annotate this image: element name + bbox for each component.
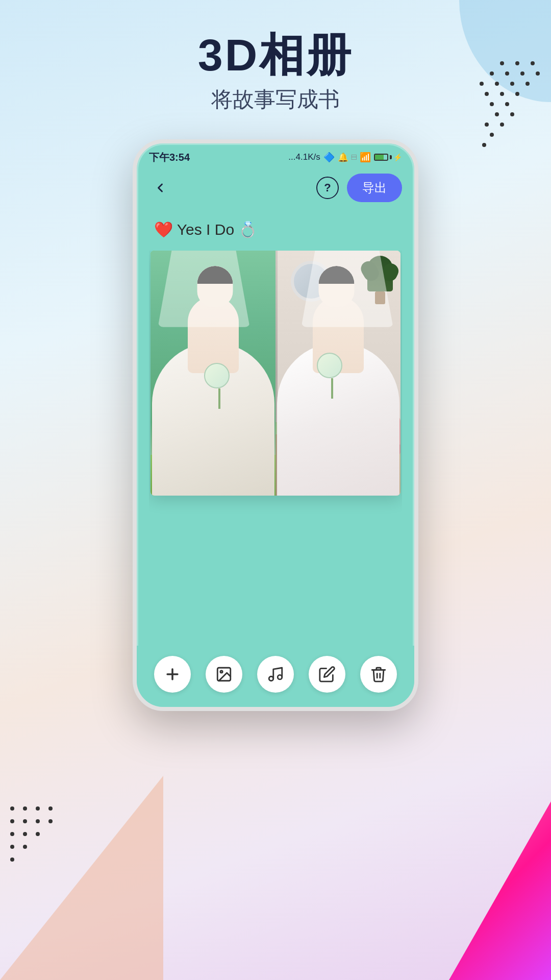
- status-time: 下午3:54: [149, 151, 190, 164]
- svg-point-3: [220, 671, 222, 673]
- svg-point-5: [278, 675, 282, 679]
- album-title: ❤️ Yes I Do 💍: [149, 220, 402, 238]
- nav-bar: ? 导出: [137, 168, 414, 210]
- image-button[interactable]: [206, 656, 242, 693]
- page-subtitle: 将故事写成书: [0, 85, 551, 114]
- edit-button[interactable]: [309, 656, 345, 693]
- page-header: 3D相册 将故事写成书: [0, 0, 551, 114]
- nav-right-group: ? 导出: [316, 174, 402, 202]
- network-status: ...4.1K/s: [288, 152, 320, 162]
- back-button[interactable]: [149, 177, 171, 199]
- page-title: 3D相册: [0, 31, 551, 80]
- bluetooth-icon: 🔷: [323, 152, 335, 163]
- phone-mockup: 下午3:54 ...4.1K/s 🔷 🔔 □ 📶 ⚡: [133, 139, 418, 711]
- svg-point-4: [269, 676, 273, 681]
- music-button[interactable]: [257, 656, 294, 693]
- export-button[interactable]: 导出: [347, 174, 402, 202]
- phone-container: 下午3:54 ...4.1K/s 🔷 🔔 □ 📶 ⚡: [0, 139, 551, 711]
- signal-icon: 🔔: [338, 152, 348, 163]
- status-bar: 下午3:54 ...4.1K/s 🔷 🔔 □ 📶 ⚡: [137, 143, 414, 168]
- delete-button[interactable]: [360, 656, 397, 693]
- wedding-photo: [151, 251, 400, 496]
- photo-area[interactable]: [149, 251, 402, 646]
- help-button[interactable]: ?: [316, 177, 339, 199]
- battery-icon: ⚡: [374, 153, 402, 161]
- bg-decoration-bottom-right: [449, 801, 551, 980]
- photo-right-page: [276, 251, 400, 496]
- status-icons: ...4.1K/s 🔷 🔔 □ 📶 ⚡: [288, 152, 402, 163]
- album-title-text: ❤️ Yes I Do 💍: [154, 221, 257, 238]
- wifi-icon: 📶: [360, 152, 371, 163]
- phone-content: ❤️ Yes I Do 💍: [137, 210, 414, 646]
- photo-left-page: [151, 251, 276, 496]
- bottom-toolbar: [137, 646, 414, 707]
- add-button[interactable]: [154, 656, 191, 693]
- bg-dots-bottom-left: [10, 806, 71, 868]
- sim-icon: □: [352, 152, 357, 162]
